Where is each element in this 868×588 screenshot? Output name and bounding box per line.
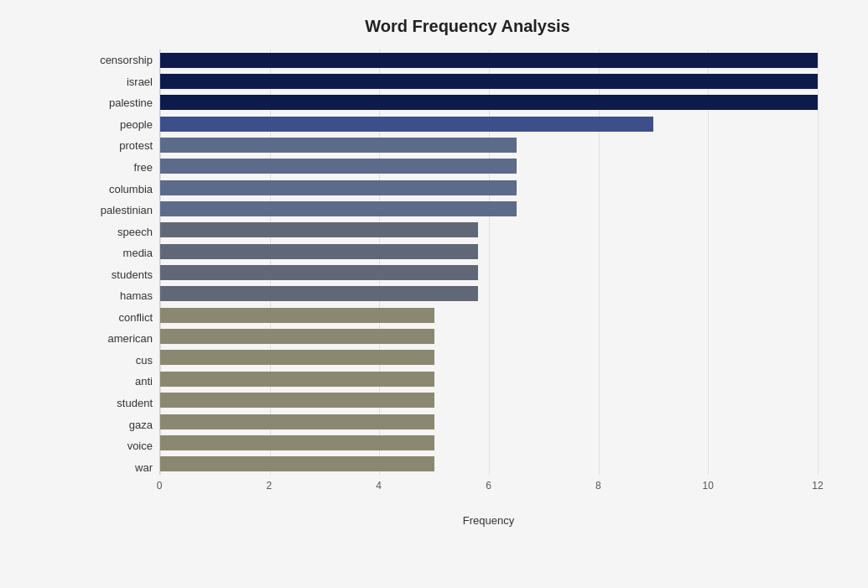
bar-palestine [160,95,818,110]
bar-students [160,265,478,280]
grid-lines [160,49,818,475]
y-label-media: media [123,247,153,258]
bar-protest [160,138,517,153]
bar-row-columbia [160,179,818,197]
x-axis-label: Frequency [463,514,514,527]
bar-row-voice [160,434,818,452]
bar-student [160,393,434,408]
bar-row-free [160,157,818,175]
bar-conflict [160,308,434,323]
chart-title: Word Frequency Analysis [84,17,818,36]
grid-line-8 [599,49,600,475]
bar-war [160,456,434,471]
y-label-student: student [117,398,153,408]
bar-row-speech [160,221,818,239]
y-label-hamas: hamas [120,290,153,301]
x-tick-10: 10 [702,480,713,492]
bar-row-palestinian [160,200,818,218]
x-tick-8: 8 [595,480,601,492]
y-label-american: american [108,333,153,344]
bar-row-israel [160,72,818,91]
bar-hamas [160,286,478,301]
bar-row-gaza [160,413,818,431]
y-label-gaza: gaza [129,419,153,430]
y-label-palestine: palestine [109,97,153,108]
bar-row-american [160,327,818,346]
y-label-cus: cus [136,355,153,366]
bar-censorship [160,53,818,68]
y-label-voice: voice [127,440,153,451]
bar-israel [160,74,818,89]
x-tick-12: 12 [812,480,823,492]
y-label-protest: protest [119,140,153,151]
y-label-anti: anti [135,376,153,387]
grid-line-10 [708,49,709,475]
y-label-speech: speech [117,226,153,237]
grid-line-4 [379,49,380,475]
bar-row-conflict [160,306,818,325]
bar-media [160,244,478,259]
y-label-people: people [120,119,153,130]
bar-row-people [160,115,818,133]
y-label-israel: israel [127,76,153,87]
y-label-columbia: columbia [109,184,153,195]
grid-line-2 [270,49,271,475]
bar-people [160,117,653,132]
bar-row-cus [160,348,818,367]
x-tick-0: 0 [157,480,163,492]
bars-and-x: Frequency 024681012 [159,49,818,503]
y-label-palestinian: palestinian [101,205,153,216]
bar-row-war [160,455,818,473]
x-tick-4: 4 [376,480,382,492]
bar-anti [160,372,434,387]
bar-cus [160,350,434,365]
bar-row-hamas [160,284,818,303]
chart-area: censorshipisraelpalestinepeopleprotestfr… [84,49,818,503]
y-label-censorship: censorship [100,55,153,65]
x-axis: Frequency 024681012 [159,478,818,503]
bar-row-student [160,391,818,409]
bar-palestinian [160,201,517,216]
bar-speech [160,222,478,237]
y-label-students: students [112,269,153,280]
bar-row-anti [160,370,818,388]
chart-container: Word Frequency Analysis censorshipisrael… [0,0,868,588]
y-axis-labels: censorshipisraelpalestinepeopleprotestfr… [84,49,159,503]
bar-american [160,329,434,344]
y-label-free: free [134,162,153,173]
bar-free [160,159,517,174]
x-tick-6: 6 [486,480,491,492]
bar-row-media [160,242,818,261]
bar-columbia [160,180,517,195]
bar-row-students [160,263,818,282]
y-label-conflict: conflict [119,312,153,323]
grid-line-6 [489,49,490,475]
y-label-war: war [135,462,153,473]
bar-voice [160,435,434,450]
grid-line-0 [160,49,161,475]
bar-row-protest [160,136,818,154]
x-tick-2: 2 [266,480,272,492]
grid-line-12 [818,49,819,475]
bar-row-palestine [160,93,818,112]
bar-gaza [160,414,434,429]
bar-row-censorship [160,51,818,70]
bars-section [159,49,818,475]
